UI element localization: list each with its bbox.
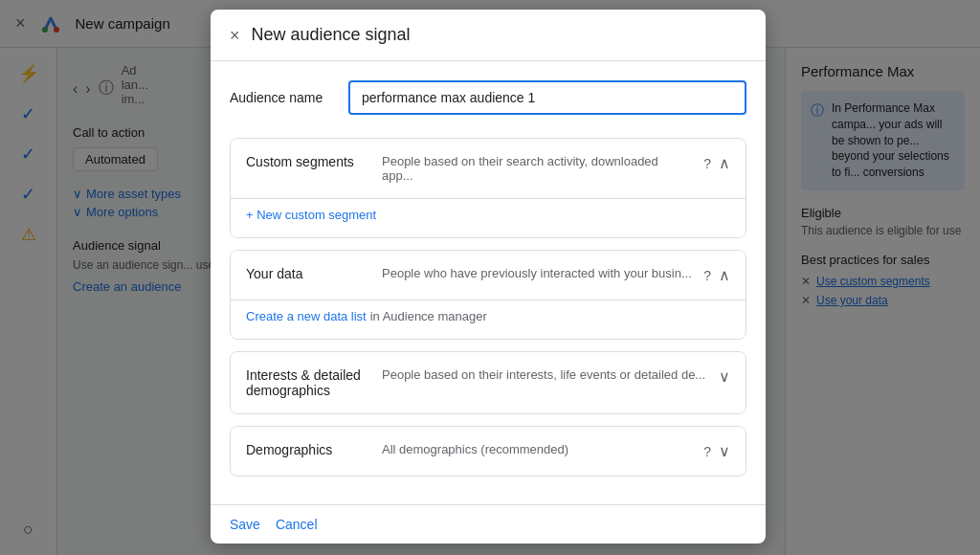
demographics-section: Demographics All demographics (recommend… [230,426,746,477]
demographics-title: Demographics [246,442,332,457]
custom-segments-section: Custom segments People based on their se… [230,138,746,238]
interests-title: Interests & detailed demographics [246,367,361,398]
your-data-help-icon[interactable]: ? [703,268,711,283]
modal-footer: Save Cancel [211,504,766,544]
modal-header: × New audience signal [211,10,766,61]
your-data-section: Your data People who have previously int… [230,250,746,340]
demographics-subtitle: All demographics (recommended) [370,442,703,456]
demographics-help-icon[interactable]: ? [703,444,711,459]
audience-name-input[interactable] [348,80,746,115]
save-button[interactable]: Save [230,517,260,532]
cancel-button[interactable]: Cancel [276,517,318,532]
modal-body: Audience name Custom segments People bas… [211,61,766,504]
create-data-list-link[interactable]: Create a new data list [246,309,367,323]
custom-segments-title: Custom segments [246,154,354,169]
demographics-chevron[interactable]: ∨ [719,442,730,460]
interests-header[interactable]: Interests & detailed demographics People… [231,352,746,413]
your-data-header[interactable]: Your data People who have previously int… [231,251,746,300]
custom-segments-help-icon[interactable]: ? [703,156,711,171]
your-data-body: Create a new data list in Audience manag… [231,300,746,339]
your-data-subtitle: People who have previously interacted wi… [370,266,703,280]
interests-chevron[interactable]: ∨ [719,367,730,386]
custom-segments-header[interactable]: Custom segments People based on their se… [231,139,746,198]
your-data-chevron[interactable]: ∧ [719,266,730,284]
your-data-title: Your data [246,266,302,281]
interests-section: Interests & detailed demographics People… [230,351,746,414]
custom-segments-body: + New custom segment [231,198,746,237]
demographics-header[interactable]: Demographics All demographics (recommend… [231,427,746,476]
modal-close-button[interactable]: × [230,27,240,44]
audience-name-label: Audience name [230,90,325,105]
modal-title: New audience signal [252,25,411,45]
new-audience-signal-modal: × New audience signal Audience name Cust… [211,10,766,544]
audience-manager-text: in Audience manager [370,309,487,323]
custom-segments-subtitle: People based on their search activity, d… [370,154,703,183]
custom-segments-chevron[interactable]: ∧ [719,154,730,172]
interests-subtitle: People based on their interests, life ev… [370,367,719,382]
audience-name-row: Audience name [230,80,746,115]
new-custom-segment-link[interactable]: + New custom segment [246,208,376,222]
